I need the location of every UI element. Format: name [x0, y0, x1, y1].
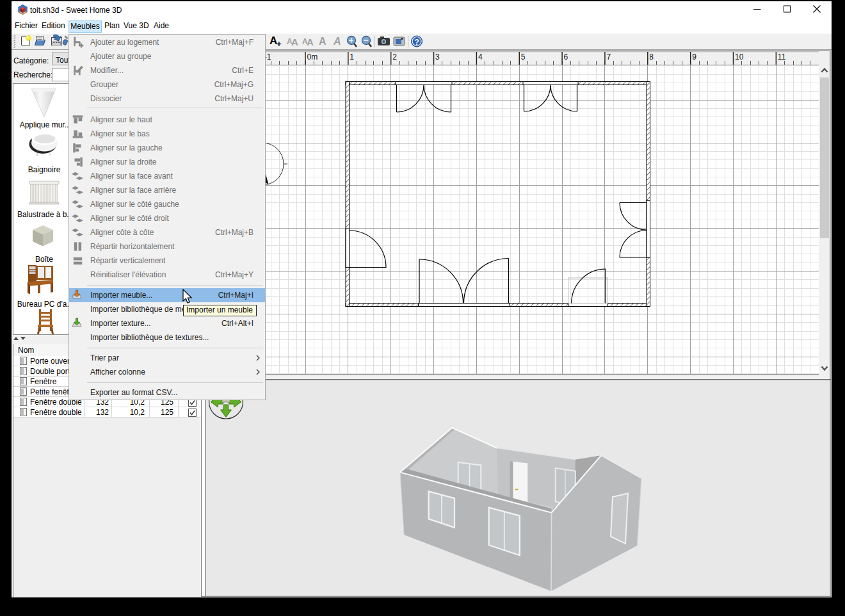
svg-text:7: 7 — [606, 53, 611, 61]
svg-text:10: 10 — [735, 53, 744, 61]
svg-text:5: 5 — [521, 53, 526, 61]
svg-text:0m: 0m — [307, 53, 318, 61]
svg-text:?: ? — [415, 38, 419, 47]
svg-text:3: 3 — [435, 53, 440, 61]
svg-text:A: A — [291, 36, 298, 47]
svg-text:9: 9 — [692, 53, 696, 61]
svg-text:A: A — [319, 36, 326, 47]
svg-text:6: 6 — [564, 53, 568, 61]
svg-text:11: 11 — [778, 53, 786, 61]
svg-text:A: A — [333, 36, 341, 47]
svg-text:2: 2 — [392, 53, 397, 61]
svg-text:4: 4 — [478, 53, 483, 61]
svg-text:A: A — [307, 36, 314, 47]
svg-text:1: 1 — [350, 53, 354, 61]
svg-text:+: + — [277, 39, 282, 49]
svg-text:8: 8 — [649, 53, 654, 61]
